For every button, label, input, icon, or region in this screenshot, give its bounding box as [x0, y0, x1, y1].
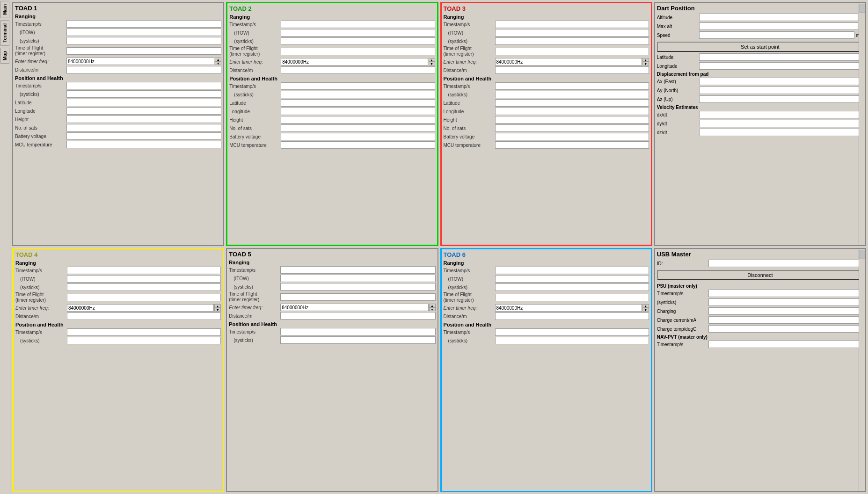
toad3-ph-lat-input[interactable]: [495, 99, 649, 107]
toad2-timerfreq-up[interactable]: ▲: [429, 58, 435, 62]
toad6-ph-timestamp-input[interactable]: [495, 328, 649, 336]
toad3-ph-height-input[interactable]: [495, 116, 649, 124]
dydt-input[interactable]: [699, 120, 863, 127]
side-tab-map[interactable]: Map: [0, 48, 9, 64]
toad5-timerfreq-down[interactable]: ▼: [429, 307, 436, 311]
toad6-tof-input[interactable]: [495, 294, 649, 301]
toad3-tof-input[interactable]: [495, 48, 649, 55]
toad3-timerfreq-input[interactable]: [495, 58, 642, 65]
set-start-point-button[interactable]: Set as start point: [657, 42, 863, 52]
speed-input[interactable]: [699, 31, 854, 39]
toad2-tof-input[interactable]: [281, 48, 435, 55]
toad3-distance-input[interactable]: [495, 66, 649, 74]
toad6-itow-input[interactable]: [495, 275, 649, 283]
toad3-ph-lon-input[interactable]: [495, 108, 649, 115]
toad5-ph-timestamp-input[interactable]: [280, 328, 435, 335]
toad2-ph-timestamp-input[interactable]: [281, 82, 435, 90]
toad4-ph-timestamp-input[interactable]: [67, 328, 221, 336]
toad3-ph-mcu-input[interactable]: [495, 141, 649, 149]
toad6-timestamp-input[interactable]: [495, 267, 649, 274]
psu-systicks-input[interactable]: [708, 298, 863, 306]
toad3-ph-timestamp-input[interactable]: [495, 82, 649, 90]
toad1-distance-input[interactable]: [66, 66, 221, 73]
toad1-ph-lat-input[interactable]: [66, 99, 221, 106]
disconnect-button[interactable]: Disconnect: [657, 270, 863, 280]
toad6-timerfreq-input[interactable]: [495, 304, 642, 312]
toad3-ph-battery-input[interactable]: [495, 133, 649, 140]
dx-input[interactable]: [699, 78, 863, 85]
toad2-ph-lat-input[interactable]: [281, 99, 435, 107]
toad1-itow-input[interactable]: [66, 29, 221, 36]
psu-timestamp-input[interactable]: [708, 290, 863, 297]
toad1-ph-timestamp-input[interactable]: [66, 82, 221, 89]
toad2-ph-battery-input[interactable]: [281, 133, 435, 140]
toad1-timerfreq-up[interactable]: ▲: [215, 58, 221, 61]
dzdt-input[interactable]: [699, 129, 863, 136]
toad5-tof-input[interactable]: [280, 293, 435, 301]
toad6-systicks-input[interactable]: [495, 283, 649, 291]
side-tab-main[interactable]: Main: [0, 1, 9, 18]
toad4-timestamp-input[interactable]: [67, 267, 221, 274]
toad1-ph-mcu-input[interactable]: [66, 141, 221, 148]
toad2-timerfreq-down[interactable]: ▼: [429, 62, 435, 65]
toad2-timestamp-input[interactable]: [281, 21, 435, 28]
toad6-timerfreq-up[interactable]: ▲: [642, 304, 649, 308]
nav-timestamp-input[interactable]: [708, 341, 863, 348]
toad4-tof-input[interactable]: [67, 294, 221, 301]
toad2-systicks-input[interactable]: [281, 37, 435, 45]
dart-lat-input[interactable]: [699, 53, 863, 61]
dart-scrollbar[interactable]: [859, 3, 865, 245]
toad5-timerfreq-up[interactable]: ▲: [429, 304, 436, 307]
toad4-timerfreq-up[interactable]: ▲: [214, 304, 221, 308]
toad2-ph-height-input[interactable]: [281, 116, 435, 124]
dz-input[interactable]: [699, 95, 863, 103]
toad4-timerfreq-input[interactable]: [67, 304, 214, 312]
dy-input[interactable]: [699, 87, 863, 94]
toad6-distance-input[interactable]: [495, 312, 649, 320]
toad6-timerfreq-down[interactable]: ▼: [642, 308, 649, 312]
toad3-timestamp-input[interactable]: [495, 21, 649, 28]
toad4-systicks-input[interactable]: [67, 283, 221, 291]
toad2-ph-nosats-input[interactable]: [281, 124, 435, 132]
toad2-ph-mcu-input[interactable]: [281, 141, 435, 149]
toad5-timerfreq-input[interactable]: [280, 304, 428, 311]
altitude-input[interactable]: [699, 14, 858, 21]
toad1-timestamp-input[interactable]: [66, 20, 221, 28]
side-tab-terminal[interactable]: Terminal: [0, 20, 9, 46]
charge-temp-input[interactable]: [708, 325, 863, 333]
toad2-ph-lon-input[interactable]: [281, 108, 435, 115]
toad1-ph-lon-input[interactable]: [66, 107, 221, 115]
toad1-ph-height-input[interactable]: [66, 116, 221, 123]
toad4-itow-input[interactable]: [67, 275, 221, 283]
toad3-timerfreq-up[interactable]: ▲: [642, 58, 649, 62]
dart-scrollbar-thumb[interactable]: [860, 4, 865, 13]
usb-id-input[interactable]: [708, 260, 863, 267]
toad3-itow-input[interactable]: [495, 29, 649, 36]
toad1-ph-nosats-input[interactable]: [66, 124, 221, 131]
usb-scrollbar[interactable]: [859, 249, 865, 491]
toad1-ph-battery-input[interactable]: [66, 132, 221, 140]
toad3-ph-systicks-input[interactable]: [495, 91, 649, 98]
toad2-ph-systicks-input[interactable]: [281, 91, 435, 98]
toad5-itow-input[interactable]: [280, 275, 435, 282]
toad4-ph-systicks-input[interactable]: [67, 337, 221, 344]
maxalt-input[interactable]: [699, 22, 858, 30]
toad2-itow-input[interactable]: [281, 29, 435, 36]
usb-scrollbar-thumb[interactable]: [860, 250, 865, 259]
toad5-timestamp-input[interactable]: [280, 266, 435, 274]
toad3-systicks-input[interactable]: [495, 37, 649, 45]
toad6-ph-systicks-input[interactable]: [495, 337, 649, 344]
dart-lon-input[interactable]: [699, 62, 863, 70]
toad2-distance-input[interactable]: [281, 66, 435, 74]
dxdt-input[interactable]: [699, 111, 863, 118]
toad1-systicks-input[interactable]: [66, 37, 221, 44]
toad1-timerfreq-down[interactable]: ▼: [215, 61, 221, 65]
toad5-distance-input[interactable]: [280, 312, 435, 320]
toad3-ph-nosats-input[interactable]: [495, 124, 649, 132]
toad4-timerfreq-down[interactable]: ▼: [214, 308, 221, 312]
charging-input[interactable]: [708, 307, 863, 315]
toad1-ph-systicks-input[interactable]: [66, 90, 221, 98]
charge-current-input[interactable]: [708, 316, 863, 324]
toad1-tof-input[interactable]: [66, 47, 221, 55]
toad5-ph-systicks-input[interactable]: [280, 336, 435, 344]
